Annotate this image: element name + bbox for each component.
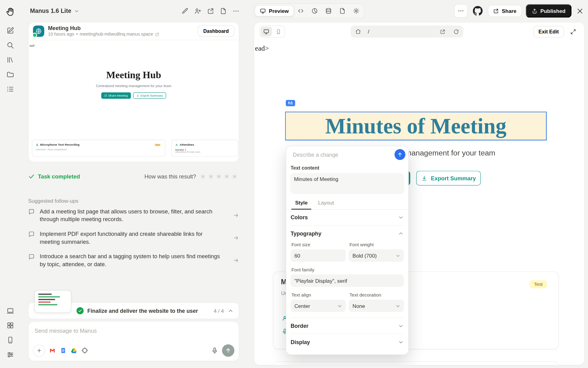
google-drive-icon[interactable]: [70, 347, 77, 354]
mobile-view-icon[interactable]: [273, 27, 284, 36]
analytics-pie-icon[interactable]: [308, 5, 322, 17]
frame-toolbar: / Exit Edit: [254, 22, 584, 40]
font-weight-label: Font weight: [349, 242, 403, 247]
manus-app-window: Manus 1.6 Lite Meeti: [0, 0, 588, 368]
settings-sliders-icon[interactable]: [4, 348, 17, 361]
text-content-label: Text content: [291, 165, 404, 171]
share-task-icon[interactable]: [207, 7, 214, 14]
gmail-icon[interactable]: [48, 347, 56, 354]
tab-layout[interactable]: Layout: [315, 197, 338, 209]
thumb-test-badge: Test: [153, 143, 162, 146]
url-bar[interactable]: /: [351, 25, 463, 37]
left-rail: [0, 0, 21, 368]
h1-tag-badge: h1: [286, 100, 295, 106]
task-progress-label: Finalize and deliver the website to the …: [87, 308, 210, 314]
laptop-device-icon[interactable]: [4, 304, 17, 317]
font-family-input[interactable]: [291, 274, 404, 287]
new-task-button[interactable]: [4, 24, 17, 37]
monitor-icon: [260, 8, 266, 14]
search-icon[interactable]: [4, 39, 17, 52]
font-size-label: Font size: [291, 242, 345, 247]
database-icon[interactable]: [322, 5, 336, 17]
text-align-select[interactable]: Center: [291, 300, 346, 312]
file-view-icon[interactable]: [336, 5, 349, 17]
open-external-icon[interactable]: [439, 28, 446, 35]
project-url[interactable]: meetinghub-m6wu8lnq.manus.space: [80, 32, 153, 37]
selected-heading-element[interactable]: Minutes of Meeting: [285, 112, 547, 140]
arrow-right-icon: [233, 257, 239, 263]
message-input[interactable]: [28, 321, 239, 336]
upload-icon: [532, 8, 537, 13]
stray-head-text: ead>: [30, 44, 36, 47]
project-title: Meeting Hub: [48, 25, 160, 32]
submit-change-button[interactable]: [394, 149, 405, 160]
font-weight-select[interactable]: Bold (700): [349, 249, 404, 262]
model-selector[interactable]: Manus 1.6 Lite: [30, 7, 80, 14]
thumb-site-title: Meeting Hub: [28, 70, 239, 81]
exit-edit-button[interactable]: Exit Edit: [533, 26, 564, 37]
followup-item[interactable]: Introduce a search bar and a tagging sys…: [28, 249, 239, 271]
export-summary-button[interactable]: Export Summary: [416, 171, 481, 186]
tasks-list-icon[interactable]: [4, 82, 17, 95]
star-icon: ★: [224, 172, 232, 180]
colors-section-toggle[interactable]: Colors: [291, 209, 404, 226]
maximize-icon[interactable]: [569, 28, 577, 35]
font-family-label: Font family: [291, 267, 403, 273]
edit-pen-icon[interactable]: [181, 7, 188, 14]
project-card[interactable]: Meeting Hub 10 hours ago • meetinghub-m6…: [28, 22, 239, 162]
star-icon: ★: [216, 172, 224, 180]
google-docs-icon[interactable]: [59, 347, 66, 354]
followup-item[interactable]: Implement PDF export functionality and c…: [28, 226, 239, 249]
microphone-icon[interactable]: [210, 347, 219, 355]
site-favicon-globe-icon: [33, 25, 44, 37]
border-section-toggle[interactable]: Border: [291, 318, 404, 334]
folder-icon[interactable]: [4, 68, 17, 81]
external-link-icon[interactable]: [155, 32, 160, 37]
dashboard-button[interactable]: Dashboard: [198, 25, 234, 37]
more-options-button[interactable]: [454, 4, 468, 17]
describe-change-input[interactable]: [292, 151, 391, 158]
preview-panel: Preview Share Published: [249, 0, 588, 368]
settings-gear-icon[interactable]: [349, 5, 363, 17]
send-button[interactable]: [222, 344, 234, 357]
text-content-textarea[interactable]: Minutes of Meeting: [290, 173, 404, 194]
home-icon[interactable]: [355, 29, 361, 35]
thumb-attendees-card: Attendees Speaker 1 Unidentified (Female…: [172, 140, 238, 157]
typography-section-toggle[interactable]: Typography: [291, 226, 404, 241]
chat-bubble-icon: [28, 231, 35, 238]
apps-grid-icon[interactable]: [4, 319, 17, 332]
close-icon[interactable]: [576, 7, 584, 15]
extensions-puzzle-icon[interactable]: [81, 347, 88, 354]
share-button[interactable]: Share: [488, 5, 522, 17]
task-result-row: Task completed How was this result? ★★★★…: [28, 172, 239, 181]
tab-style[interactable]: Style: [291, 197, 311, 209]
chevron-down-icon: [395, 303, 401, 309]
chevron-up-icon[interactable]: [228, 308, 234, 314]
desktop-view-icon[interactable]: [261, 27, 272, 36]
github-icon[interactable]: [472, 5, 484, 17]
published-button[interactable]: Published: [526, 4, 571, 17]
site-preview-thumbnail[interactable]: ead> Meeting Hub Centralized meeting man…: [28, 40, 239, 162]
display-section-toggle[interactable]: Display: [291, 334, 404, 350]
chevron-down-icon: [398, 323, 404, 329]
text-align-label: Text align: [291, 293, 345, 298]
export-file-icon[interactable]: [219, 7, 227, 14]
refresh-icon[interactable]: [453, 28, 459, 35]
preview-tab[interactable]: Preview: [254, 5, 294, 17]
more-options-icon[interactable]: [232, 7, 239, 14]
invite-user-icon[interactable]: [194, 7, 201, 14]
url-path: /: [368, 29, 432, 35]
text-decoration-select[interactable]: None: [349, 300, 404, 312]
phone-device-icon[interactable]: [4, 333, 17, 346]
star-rating[interactable]: ★★★★★: [200, 172, 239, 181]
editor-tabs: Style Layout: [286, 197, 408, 209]
rating-prompt: How was this result?: [145, 173, 196, 179]
code-view-icon[interactable]: [294, 5, 308, 17]
chat-bubble-icon: [28, 209, 35, 215]
terminal-screenshot-thumbnail[interactable]: [35, 290, 71, 313]
followup-item[interactable]: Add a meeting list page that allows user…: [28, 204, 239, 226]
chat-panel: Manus 1.6 Lite Meeti: [21, 0, 249, 368]
font-size-input[interactable]: [291, 249, 346, 262]
add-attachment-button[interactable]: [33, 344, 45, 356]
library-icon[interactable]: [4, 53, 17, 66]
